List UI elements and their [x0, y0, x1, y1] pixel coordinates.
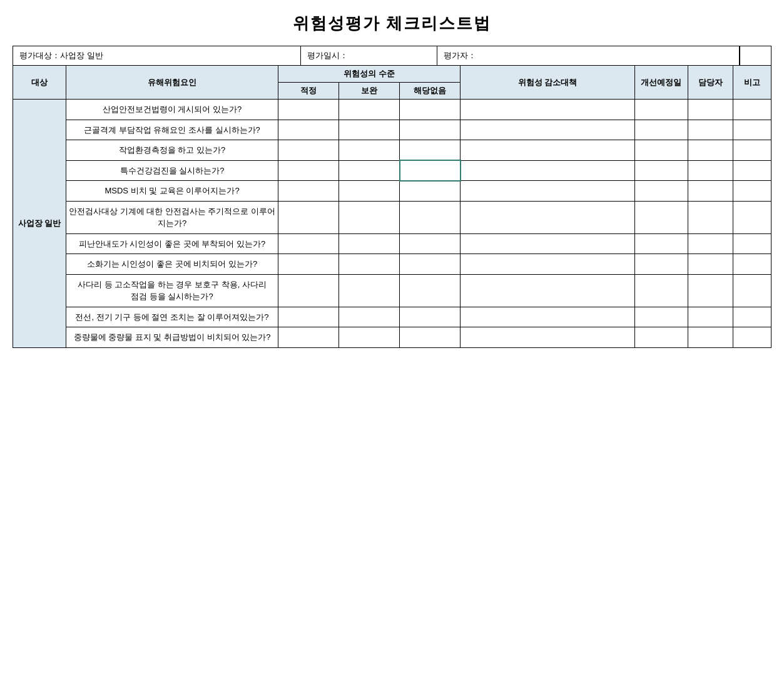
meta-evaluator: 평가자：	[437, 46, 740, 65]
manager-cell	[688, 181, 733, 202]
table-row: 중량물에 중량물 표지 및 취급방법이 비치되어 있는가?	[13, 327, 771, 348]
na-cell	[400, 181, 461, 202]
manager-cell	[688, 327, 733, 348]
meta-blank	[740, 46, 771, 65]
table-header-row-1: 대상 유해위험요인 위험성의 수준 위험성 감소대책 개선예정일 담당자 비고	[13, 66, 771, 83]
improve-date-cell	[634, 327, 688, 348]
improve-date-cell	[634, 307, 688, 327]
supplement-cell	[339, 181, 400, 202]
measure-cell	[461, 307, 635, 327]
improve-date-cell	[634, 181, 688, 202]
appropriate-cell	[278, 140, 339, 161]
manager-cell	[688, 233, 733, 254]
header-improve-date: 개선예정일	[634, 66, 688, 100]
na-cell	[400, 327, 461, 348]
manager-cell	[688, 160, 733, 181]
hazard-cell: 특수건강검진을 실시하는가?	[66, 160, 278, 181]
improve-date-cell	[634, 120, 688, 140]
appropriate-cell	[278, 160, 339, 181]
table-row: 안전검사대상 기계에 대한 안전검사는 주기적으로 이루어 지는가?	[13, 201, 771, 233]
hazard-cell: MSDS 비치 및 교육은 이루어지는가?	[66, 181, 278, 202]
supplement-cell	[339, 160, 400, 181]
improve-date-cell	[634, 160, 688, 181]
table-row: 특수건강검진을 실시하는가?	[13, 160, 771, 181]
appropriate-cell	[278, 120, 339, 140]
manager-cell	[688, 140, 733, 161]
supplement-cell	[339, 254, 400, 275]
supplement-cell	[339, 140, 400, 161]
na-cell	[400, 274, 461, 307]
note-cell	[733, 254, 771, 275]
appropriate-cell	[278, 274, 339, 307]
na-cell	[400, 307, 461, 327]
hazard-cell: 피난안내도가 시인성이 좋은 곳에 부착되어 있는가?	[66, 233, 278, 254]
supplement-cell	[339, 327, 400, 348]
page-title: 위험성평가 체크리스트법	[13, 13, 771, 34]
na-cell	[400, 254, 461, 275]
note-cell	[733, 160, 771, 181]
checklist-table: 대상 유해위험요인 위험성의 수준 위험성 감소대책 개선예정일 담당자 비고 …	[13, 65, 771, 348]
improve-date-cell	[634, 233, 688, 254]
appropriate-cell	[278, 307, 339, 327]
na-cell	[400, 233, 461, 254]
hazard-cell: 작업환경측정을 하고 있는가?	[66, 140, 278, 161]
measure-cell	[461, 327, 635, 348]
manager-cell	[688, 120, 733, 140]
header-measure: 위험성 감소대책	[461, 66, 635, 100]
subject-cell: 사업장 일반	[13, 100, 66, 348]
table-row: 소화기는 시인성이 좋은 곳에 비치되어 있는가?	[13, 254, 771, 275]
table-row: 전선, 전기 기구 등에 절연 조치는 잘 이루어져있는가?	[13, 307, 771, 327]
hazard-cell: 안전검사대상 기계에 대한 안전검사는 주기적으로 이루어 지는가?	[66, 201, 278, 233]
appropriate-cell	[278, 327, 339, 348]
improve-date-cell	[634, 100, 688, 120]
meta-date: 평가일시：	[301, 46, 437, 65]
improve-date-cell	[634, 254, 688, 275]
table-row: 사업장 일반산업안전보건법령이 게시되어 있는가?	[13, 100, 771, 120]
header-hazard: 유해위험요인	[66, 66, 278, 100]
na-cell	[400, 100, 461, 120]
manager-cell	[688, 254, 733, 275]
hazard-cell: 전선, 전기 기구 등에 절연 조치는 잘 이루어져있는가?	[66, 307, 278, 327]
manager-cell	[688, 307, 733, 327]
appropriate-cell	[278, 100, 339, 120]
note-cell	[733, 274, 771, 307]
note-cell	[733, 100, 771, 120]
hazard-cell: 중량물에 중량물 표지 및 취급방법이 비치되어 있는가?	[66, 327, 278, 348]
header-risk-level: 위험성의 수준	[278, 66, 461, 83]
na-cell	[400, 201, 461, 233]
appropriate-cell	[278, 181, 339, 202]
note-cell	[733, 233, 771, 254]
measure-cell	[461, 201, 635, 233]
hazard-cell: 사다리 등 고소작업을 하는 경우 보호구 착용, 사다리 점검 등을 실시하는…	[66, 274, 278, 307]
improve-date-cell	[634, 274, 688, 307]
supplement-cell	[339, 201, 400, 233]
note-cell	[733, 140, 771, 161]
supplement-cell	[339, 307, 400, 327]
note-cell	[733, 307, 771, 327]
measure-cell	[461, 160, 635, 181]
meta-subject: 평가대상：사업장 일반	[13, 46, 301, 65]
header-supplement: 보완	[339, 83, 400, 100]
measure-cell	[461, 181, 635, 202]
appropriate-cell	[278, 254, 339, 275]
measure-cell	[461, 254, 635, 275]
table-row: 작업환경측정을 하고 있는가?	[13, 140, 771, 161]
supplement-cell	[339, 233, 400, 254]
measure-cell	[461, 100, 635, 120]
na-cell	[400, 160, 461, 181]
header-subject: 대상	[13, 66, 66, 100]
table-row: MSDS 비치 및 교육은 이루어지는가?	[13, 181, 771, 202]
table-body: 사업장 일반산업안전보건법령이 게시되어 있는가?근골격계 부담작업 유해요인 …	[13, 100, 771, 348]
header-na: 해당없음	[400, 83, 461, 100]
note-cell	[733, 327, 771, 348]
measure-cell	[461, 140, 635, 161]
note-cell	[733, 201, 771, 233]
measure-cell	[461, 233, 635, 254]
appropriate-cell	[278, 233, 339, 254]
na-cell	[400, 140, 461, 161]
note-cell	[733, 120, 771, 140]
appropriate-cell	[278, 201, 339, 233]
supplement-cell	[339, 100, 400, 120]
header-note: 비고	[733, 66, 771, 100]
table-row: 사다리 등 고소작업을 하는 경우 보호구 착용, 사다리 점검 등을 실시하는…	[13, 274, 771, 307]
